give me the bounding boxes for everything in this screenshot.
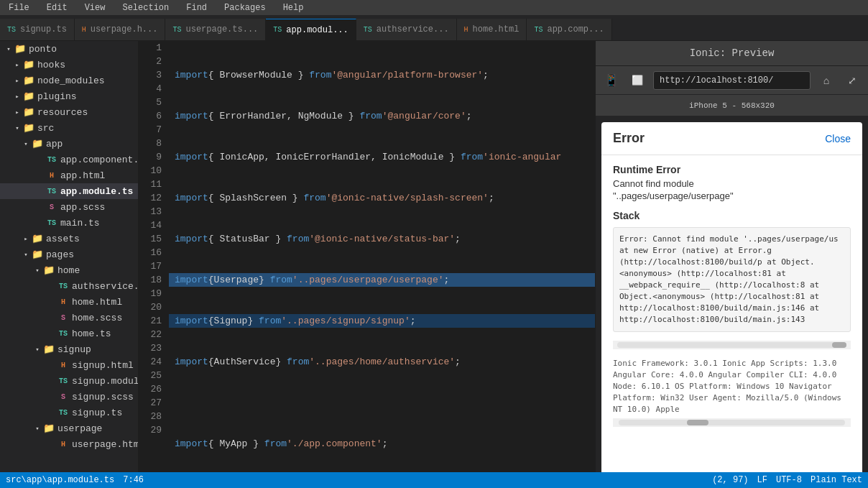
spacer (34, 217, 46, 229)
file-icon-html: H (46, 170, 57, 181)
sidebar-item-signup-ts[interactable]: TS signup.ts (0, 405, 138, 420)
sidebar-item-node-modules[interactable]: ▸ 📁 node_modules (0, 73, 138, 88)
code-line-5: import { StatusBar } from '@ionic-native… (169, 232, 595, 246)
preview-url-text: http://localhost:8100/ (660, 75, 773, 86)
file-icon-ts: TS (57, 407, 69, 418)
arrow-icon: ▸ (11, 106, 23, 118)
sidebar-item-label: pages (46, 249, 74, 260)
sidebar-item-main-ts[interactable]: TS main.ts (0, 215, 138, 231)
sidebar[interactable]: ▾ 📁 ponto ▸ 📁 hooks ▸ 📁 node_modules ▸ 📁… (0, 41, 139, 488)
bottom-scrollbar-track (619, 420, 845, 425)
preview-home-button[interactable]: ⌂ (816, 70, 836, 91)
sidebar-item-app-component-ts[interactable]: TS app.component.ts (0, 152, 138, 167)
sidebar-item-signup[interactable]: ▾ 📁 signup (0, 341, 138, 357)
sidebar-item-resources[interactable]: ▸ 📁 resources (0, 104, 138, 120)
tab-app-comp[interactable]: TS app.comp... (527, 19, 611, 40)
tab-signup-ts[interactable]: TS signup.ts (0, 19, 75, 40)
code-line-7: import {Signup} from '..pages/signup/sig… (169, 314, 595, 328)
sidebar-item-home-scss[interactable]: S home.scss (0, 310, 138, 326)
file-icon-ts: TS (57, 280, 69, 292)
sidebar-item-label: signup.module (72, 376, 138, 387)
menu-item-file[interactable]: File (6, 1, 32, 14)
arrow-icon: ▾ (3, 43, 14, 55)
sidebar-item-signup-html[interactable]: H signup.html (0, 357, 138, 373)
error-body[interactable]: Runtime Error Cannot find module "..page… (601, 155, 862, 482)
preview-device-bar: iPhone 5 - 568x320 (596, 95, 868, 116)
folder-icon: 📁 (32, 233, 43, 244)
file-icon-ts: TS (46, 217, 57, 229)
sidebar-item-app[interactable]: ▾ 📁 app (0, 136, 138, 152)
sidebar-item-home-html[interactable]: H home.html (0, 294, 138, 310)
file-icon-scss: S (57, 312, 69, 323)
folder-icon: 📁 (14, 43, 26, 55)
preview-expand-button[interactable]: ⤢ (842, 70, 862, 91)
arrow-icon: ▾ (32, 344, 43, 355)
sidebar-item-home[interactable]: ▾ 📁 home (0, 262, 138, 278)
spacer (34, 201, 46, 213)
error-close-button[interactable]: Close (825, 133, 851, 144)
tablet-preview-button[interactable]: ⬜ (627, 70, 647, 91)
menu-item-find[interactable]: Find (183, 1, 210, 14)
sidebar-item-label: home.ts (72, 328, 111, 339)
sidebar-item-pages[interactable]: ▾ 📁 pages (0, 247, 138, 262)
sidebar-item-hooks[interactable]: ▸ 📁 hooks (0, 57, 138, 73)
sidebar-item-label: plugins (37, 91, 77, 102)
status-right: (2, 97) LF UTF-8 Plain Text (712, 475, 862, 485)
phone-preview-button[interactable]: 📱 (601, 70, 622, 91)
tab-file-icon: TS (7, 26, 16, 34)
sidebar-item-app-module-ts[interactable]: TS app.module.ts (0, 183, 138, 199)
folder-icon: 📁 (32, 138, 43, 149)
tab-label: userpage.ts... (185, 24, 258, 34)
sidebar-item-signup-module[interactable]: TS signup.module (0, 373, 138, 389)
menu-item-edit[interactable]: Edit (44, 1, 70, 14)
folder-icon: 📁 (23, 122, 34, 134)
file-icon-scss: S (46, 201, 57, 213)
sidebar-item-userpage-html[interactable]: H userpage.html (0, 436, 138, 452)
sidebar-item-label: app (46, 139, 63, 149)
menu-item-selection[interactable]: Selection (119, 1, 172, 14)
sidebar-item-label: app.scss (60, 202, 105, 213)
sidebar-item-label: signup.scss (72, 392, 134, 402)
spacer (46, 407, 57, 418)
sidebar-item-plugins[interactable]: ▸ 📁 plugins (0, 88, 138, 104)
menu-item-help[interactable]: Help (280, 1, 307, 14)
arrow-icon: ▾ (20, 249, 32, 260)
scrollbar-track (617, 342, 846, 348)
sidebar-item-signup-scss[interactable]: S signup.scss (0, 389, 138, 405)
tab-file-icon: TS (364, 26, 372, 34)
menu-item-view[interactable]: View (82, 1, 108, 14)
error-panel-header: Error Close (601, 122, 862, 155)
arrow-icon: ▾ (20, 138, 32, 149)
sidebar-item-label: resources (37, 107, 88, 118)
tab-userpage-ts[interactable]: TS userpage.ts... (165, 19, 266, 40)
code-editor[interactable]: import { BrowserModule } from '@angular/… (169, 41, 595, 488)
sidebar-item-src[interactable]: ▾ 📁 src (0, 120, 138, 136)
sidebar-item-ponto[interactable]: ▾ 📁 ponto (0, 41, 138, 57)
tab-app-module[interactable]: TS app.modul... (266, 19, 356, 40)
tab-home-html[interactable]: H home.html (457, 19, 527, 40)
tab-file-icon: H (82, 26, 86, 34)
sidebar-item-app-html[interactable]: H app.html (0, 167, 138, 183)
preview-toolbar: 📱 ⬜ http://localhost:8100/ ⌂ ⤢ (596, 66, 868, 95)
sidebar-item-authservice-ts[interactable]: TS authservice.ts (0, 278, 138, 294)
tab-authservice[interactable]: TS authservice... (356, 19, 457, 40)
sidebar-item-label: userpage.html (72, 439, 138, 450)
bottom-scrollbar[interactable] (613, 418, 851, 427)
sidebar-item-label: assets (46, 234, 80, 244)
sidebar-item-app-scss[interactable]: S app.scss (0, 199, 138, 215)
code-line-6: import {Userpage} from '..pages/userpage… (169, 273, 595, 287)
arrow-icon: ▸ (11, 75, 23, 86)
status-bar: src\app\app.module.ts 7:46 (2, 97) LF UT… (0, 472, 868, 488)
tab-file-icon: TS (172, 26, 181, 34)
preview-url-bar[interactable]: http://localhost:8100/ (653, 71, 811, 90)
stack-scrollbar[interactable] (613, 341, 851, 349)
menu-item-packages[interactable]: Packages (221, 1, 269, 14)
sidebar-item-label: home.scss (72, 313, 122, 323)
file-icon-ts: TS (46, 154, 57, 165)
sidebar-item-assets[interactable]: ▸ 📁 assets (0, 231, 138, 247)
tab-userpage-h1[interactable]: H userpage.h... (75, 19, 166, 40)
spacer (46, 296, 57, 308)
sidebar-item-userpage[interactable]: ▾ 📁 userpage (0, 420, 138, 436)
folder-icon: 📁 (43, 344, 55, 355)
sidebar-item-home-ts[interactable]: TS home.ts (0, 326, 138, 341)
